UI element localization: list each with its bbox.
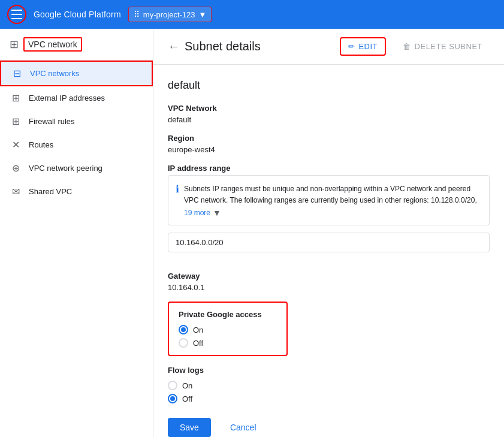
project-dropdown-arrow: ▼ xyxy=(199,10,207,19)
private-access-on-label: On xyxy=(193,326,203,334)
firewall-rules-icon: ⊞ xyxy=(10,116,22,127)
flow-logs-off-option[interactable]: Off xyxy=(168,394,490,403)
menu-button[interactable] xyxy=(7,5,26,24)
hamburger-line-2 xyxy=(11,14,22,15)
dots-icon: ⠿ xyxy=(134,10,140,19)
flow-logs-on-label: On xyxy=(182,381,192,390)
sidebar-item-vpc-peering-label: VPC network peering xyxy=(29,164,102,173)
gateway-label: Gateway xyxy=(168,272,490,281)
sidebar-item-vpc-networks[interactable]: ⊟ VPC networks xyxy=(0,61,153,86)
edit-icon: ✏ xyxy=(348,42,355,51)
sidebar-item-shared-vpc-label: Shared VPC xyxy=(29,187,72,196)
hamburger-line-1 xyxy=(11,10,22,11)
sidebar-item-external-ip[interactable]: ⊞ External IP addresses xyxy=(0,86,153,110)
region-value: europe-west4 xyxy=(168,145,490,154)
sidebar-item-routes-label: Routes xyxy=(29,140,53,149)
edit-button[interactable]: ✏ EDIT xyxy=(340,37,386,56)
sidebar-item-external-ip-label: External IP addresses xyxy=(29,94,105,103)
flow-logs-off-label: Off xyxy=(182,394,192,403)
ip-range-info-text: Subnets IP ranges must be unique and non… xyxy=(184,185,477,204)
flow-logs-label: Flow logs xyxy=(168,366,490,375)
content-body: default VPC Network default Region europ… xyxy=(153,65,504,437)
more-dropdown-arrow: ▼ xyxy=(213,208,221,218)
project-name: my-project-123 xyxy=(143,10,195,19)
cancel-button[interactable]: Cancel xyxy=(218,418,268,437)
sidebar-item-vpc-peering[interactable]: ⊕ VPC network peering xyxy=(0,156,153,180)
vpc-network-icon: ⊞ xyxy=(10,38,19,51)
ip-range-more-text[interactable]: 19 more xyxy=(184,209,210,217)
ip-range-input[interactable] xyxy=(168,233,490,252)
vpc-peering-icon: ⊕ xyxy=(10,162,22,174)
flow-logs-off-radio[interactable] xyxy=(168,394,177,403)
gateway-value: 10.164.0.1 xyxy=(168,283,490,292)
sidebar-header-title: VPC network xyxy=(23,37,82,52)
page-title: Subnet details xyxy=(185,40,261,53)
external-ip-icon: ⊞ xyxy=(10,92,22,104)
sidebar: ⊞ VPC network ⊟ VPC networks ⊞ External … xyxy=(0,29,153,437)
delete-subnet-label: DELETE SUBNET xyxy=(415,42,482,51)
action-buttons: Save Cancel xyxy=(168,418,490,437)
subnet-name: default xyxy=(168,79,490,92)
ip-range-field: IP address range ℹ Subnets IP ranges mus… xyxy=(168,164,490,262)
hamburger-line-3 xyxy=(11,18,22,19)
flow-logs-on-option[interactable]: On xyxy=(168,381,490,390)
region-label: Region xyxy=(168,134,490,143)
back-button[interactable]: ← xyxy=(168,40,180,53)
main-content: ← Subnet details ✏ EDIT 🗑 DELETE SUBNET … xyxy=(153,29,504,437)
private-access-label: Private Google access xyxy=(179,310,277,319)
private-access-off-label: Off xyxy=(193,339,203,348)
vpc-network-label: VPC Network xyxy=(168,104,490,113)
private-access-off-radio[interactable] xyxy=(179,338,188,348)
shared-vpc-icon: ✉ xyxy=(10,186,22,197)
project-selector[interactable]: ⠿ my-project-123 ▼ xyxy=(128,7,212,22)
content-header-left: ← Subnet details xyxy=(168,40,261,53)
ip-range-label: IP address range xyxy=(168,164,490,173)
top-bar: Google Cloud Platform ⠿ my-project-123 ▼ xyxy=(0,0,504,29)
ip-range-more: 19 more ▼ xyxy=(184,208,482,218)
sidebar-item-routes[interactable]: ✕ Routes xyxy=(0,133,153,156)
content-header: ← Subnet details ✏ EDIT 🗑 DELETE SUBNET xyxy=(153,29,504,65)
private-access-on-option[interactable]: On xyxy=(179,325,277,334)
delete-icon: 🗑 xyxy=(403,42,411,51)
save-button[interactable]: Save xyxy=(168,418,211,437)
layout: ⊞ VPC network ⊟ VPC networks ⊞ External … xyxy=(0,29,504,437)
info-icon: ℹ xyxy=(176,183,179,195)
private-access-off-option[interactable]: Off xyxy=(179,338,277,348)
edit-button-label: EDIT xyxy=(358,42,378,51)
ip-range-info-box: ℹ Subnets IP ranges must be unique and n… xyxy=(168,175,490,225)
app-logo: Google Cloud Platform xyxy=(34,10,121,19)
sidebar-item-firewall-rules-label: Firewall rules xyxy=(29,117,75,126)
sidebar-item-vpc-networks-label: VPC networks xyxy=(30,69,79,78)
flow-logs-section: Flow logs On Off xyxy=(168,366,490,403)
ip-range-info-content: Subnets IP ranges must be unique and non… xyxy=(184,183,482,218)
private-google-access-box: Private Google access On Off xyxy=(168,302,288,356)
region-field: Region europe-west4 xyxy=(168,134,490,154)
sidebar-item-shared-vpc[interactable]: ✉ Shared VPC xyxy=(0,180,153,203)
content-header-right: ✏ EDIT 🗑 DELETE SUBNET xyxy=(340,37,490,56)
gateway-field: Gateway 10.164.0.1 xyxy=(168,272,490,292)
vpc-network-value: default xyxy=(168,115,490,124)
vpc-networks-icon: ⊟ xyxy=(11,68,23,79)
sidebar-header: ⊞ VPC network xyxy=(0,29,153,61)
private-access-on-radio[interactable] xyxy=(179,325,188,334)
flow-logs-on-radio[interactable] xyxy=(168,381,177,390)
routes-icon: ✕ xyxy=(10,139,22,150)
sidebar-item-firewall-rules[interactable]: ⊞ Firewall rules xyxy=(0,110,153,133)
vpc-network-field: VPC Network default xyxy=(168,104,490,124)
delete-subnet-button[interactable]: 🗑 DELETE SUBNET xyxy=(396,38,490,55)
